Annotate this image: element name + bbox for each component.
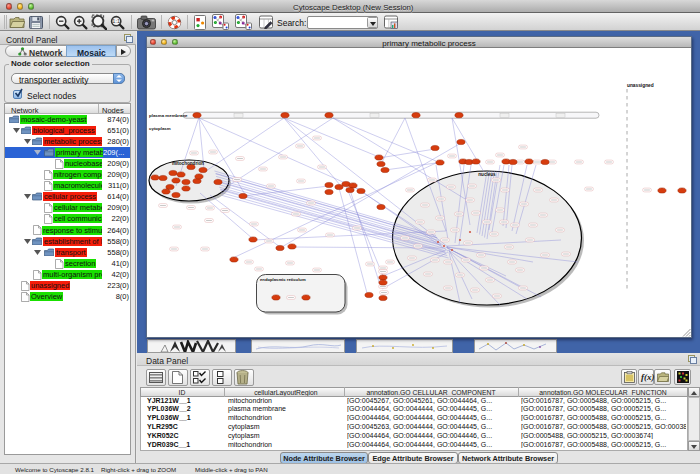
svg-text:endoplasmic reticulum: endoplasmic reticulum bbox=[260, 277, 306, 282]
svg-text:nucleus: nucleus bbox=[478, 172, 496, 177]
svg-text:mitochondrion: mitochondrion bbox=[172, 161, 204, 166]
svg-text:unassigned: unassigned bbox=[627, 83, 654, 88]
svg-text:1:1: 1:1 bbox=[112, 18, 120, 24]
svg-text:plasma membrane: plasma membrane bbox=[149, 113, 188, 118]
svg-text:cytoplasm: cytoplasm bbox=[149, 126, 171, 131]
